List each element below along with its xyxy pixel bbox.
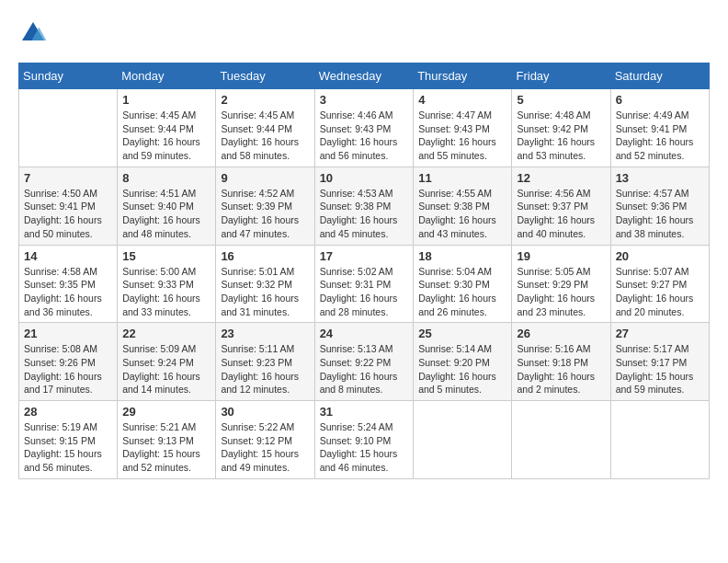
calendar-week-row: 14Sunrise: 4:58 AM Sunset: 9:35 PM Dayli… bbox=[19, 245, 710, 323]
day-number: 3 bbox=[320, 93, 409, 107]
day-info: Sunrise: 4:58 AM Sunset: 9:35 PM Dayligh… bbox=[24, 265, 112, 319]
logo bbox=[18, 18, 50, 48]
day-info: Sunrise: 4:56 AM Sunset: 9:37 PM Dayligh… bbox=[517, 187, 605, 241]
day-info: Sunrise: 5:21 AM Sunset: 9:13 PM Dayligh… bbox=[122, 420, 210, 475]
calendar-day-header: Thursday bbox=[414, 63, 512, 89]
day-info: Sunrise: 4:48 AM Sunset: 9:42 PM Dayligh… bbox=[517, 109, 605, 163]
day-info: Sunrise: 4:49 AM Sunset: 9:41 PM Dayligh… bbox=[616, 109, 704, 163]
calendar-table: SundayMondayTuesdayWednesdayThursdayFrid… bbox=[18, 63, 710, 479]
calendar-day-cell: 26Sunrise: 5:16 AM Sunset: 9:18 PM Dayli… bbox=[512, 323, 610, 401]
day-number: 19 bbox=[517, 249, 605, 263]
day-number: 2 bbox=[221, 93, 309, 107]
calendar-day-header: Saturday bbox=[610, 63, 709, 89]
calendar-day-cell: 15Sunrise: 5:00 AM Sunset: 9:33 PM Dayli… bbox=[118, 245, 216, 323]
day-info: Sunrise: 5:00 AM Sunset: 9:33 PM Dayligh… bbox=[122, 265, 210, 319]
calendar-day-cell: 16Sunrise: 5:01 AM Sunset: 9:32 PM Dayli… bbox=[216, 245, 314, 323]
day-number: 17 bbox=[320, 249, 409, 263]
day-info: Sunrise: 5:16 AM Sunset: 9:18 PM Dayligh… bbox=[517, 342, 605, 396]
day-number: 22 bbox=[122, 327, 210, 340]
calendar-day-cell: 6Sunrise: 4:49 AM Sunset: 9:41 PM Daylig… bbox=[610, 89, 709, 167]
day-number: 9 bbox=[221, 171, 309, 185]
calendar-day-header: Tuesday bbox=[216, 63, 314, 89]
calendar-day-cell: 29Sunrise: 5:21 AM Sunset: 9:13 PM Dayli… bbox=[118, 401, 216, 479]
calendar-day-cell: 2Sunrise: 4:45 AM Sunset: 9:44 PM Daylig… bbox=[216, 89, 314, 167]
day-info: Sunrise: 5:14 AM Sunset: 9:20 PM Dayligh… bbox=[418, 342, 506, 396]
day-info: Sunrise: 5:24 AM Sunset: 9:10 PM Dayligh… bbox=[320, 420, 409, 475]
day-number: 24 bbox=[320, 327, 409, 340]
calendar-day-cell: 30Sunrise: 5:22 AM Sunset: 9:12 PM Dayli… bbox=[216, 401, 314, 479]
day-number: 14 bbox=[24, 249, 112, 263]
day-number: 21 bbox=[24, 327, 112, 340]
day-info: Sunrise: 5:07 AM Sunset: 9:27 PM Dayligh… bbox=[616, 265, 704, 319]
calendar-day-cell: 22Sunrise: 5:09 AM Sunset: 9:24 PM Dayli… bbox=[118, 323, 216, 401]
day-number: 8 bbox=[122, 171, 210, 185]
day-number: 1 bbox=[122, 93, 210, 107]
calendar-day-cell: 8Sunrise: 4:51 AM Sunset: 9:40 PM Daylig… bbox=[118, 167, 216, 245]
day-info: Sunrise: 4:57 AM Sunset: 9:36 PM Dayligh… bbox=[616, 187, 704, 241]
day-info: Sunrise: 5:19 AM Sunset: 9:15 PM Dayligh… bbox=[24, 420, 112, 475]
day-info: Sunrise: 5:01 AM Sunset: 9:32 PM Dayligh… bbox=[221, 265, 309, 319]
page-header bbox=[18, 18, 710, 48]
day-info: Sunrise: 4:52 AM Sunset: 9:39 PM Dayligh… bbox=[221, 187, 309, 241]
day-number: 31 bbox=[320, 405, 409, 419]
day-number: 6 bbox=[616, 93, 704, 107]
day-info: Sunrise: 5:08 AM Sunset: 9:26 PM Dayligh… bbox=[24, 342, 112, 396]
calendar-day-cell: 12Sunrise: 4:56 AM Sunset: 9:37 PM Dayli… bbox=[512, 167, 610, 245]
calendar-day-cell: 11Sunrise: 4:55 AM Sunset: 9:38 PM Dayli… bbox=[414, 167, 512, 245]
day-number: 25 bbox=[418, 327, 506, 340]
day-info: Sunrise: 5:04 AM Sunset: 9:30 PM Dayligh… bbox=[418, 265, 506, 319]
day-info: Sunrise: 5:11 AM Sunset: 9:23 PM Dayligh… bbox=[221, 342, 309, 396]
calendar-day-cell: 18Sunrise: 5:04 AM Sunset: 9:30 PM Dayli… bbox=[414, 245, 512, 323]
day-number: 11 bbox=[418, 171, 506, 185]
calendar-day-cell: 19Sunrise: 5:05 AM Sunset: 9:29 PM Dayli… bbox=[512, 245, 610, 323]
day-info: Sunrise: 4:50 AM Sunset: 9:41 PM Dayligh… bbox=[24, 187, 112, 241]
day-number: 26 bbox=[517, 327, 605, 340]
calendar-day-cell: 27Sunrise: 5:17 AM Sunset: 9:17 PM Dayli… bbox=[610, 323, 709, 401]
day-number: 18 bbox=[418, 249, 506, 263]
calendar-week-row: 7Sunrise: 4:50 AM Sunset: 9:41 PM Daylig… bbox=[19, 167, 710, 245]
day-info: Sunrise: 4:53 AM Sunset: 9:38 PM Dayligh… bbox=[320, 187, 409, 241]
calendar-day-cell: 3Sunrise: 4:46 AM Sunset: 9:43 PM Daylig… bbox=[314, 89, 414, 167]
calendar-day-cell: 4Sunrise: 4:47 AM Sunset: 9:43 PM Daylig… bbox=[414, 89, 512, 167]
day-number: 12 bbox=[517, 171, 605, 185]
day-info: Sunrise: 4:47 AM Sunset: 9:43 PM Dayligh… bbox=[418, 109, 506, 163]
day-number: 20 bbox=[616, 249, 704, 263]
day-number: 28 bbox=[24, 405, 112, 419]
calendar-day-cell: 20Sunrise: 5:07 AM Sunset: 9:27 PM Dayli… bbox=[610, 245, 709, 323]
day-info: Sunrise: 4:45 AM Sunset: 9:44 PM Dayligh… bbox=[221, 109, 309, 163]
day-info: Sunrise: 5:13 AM Sunset: 9:22 PM Dayligh… bbox=[320, 342, 409, 396]
day-number: 27 bbox=[616, 327, 704, 340]
calendar-day-header: Friday bbox=[512, 63, 610, 89]
calendar-day-cell: 25Sunrise: 5:14 AM Sunset: 9:20 PM Dayli… bbox=[414, 323, 512, 401]
day-number: 15 bbox=[122, 249, 210, 263]
day-number: 10 bbox=[320, 171, 409, 185]
calendar-day-cell bbox=[414, 401, 512, 479]
day-number: 30 bbox=[221, 405, 309, 419]
calendar-day-cell: 13Sunrise: 4:57 AM Sunset: 9:36 PM Dayli… bbox=[610, 167, 709, 245]
logo-icon bbox=[18, 18, 48, 48]
day-info: Sunrise: 5:17 AM Sunset: 9:17 PM Dayligh… bbox=[616, 342, 704, 396]
day-info: Sunrise: 5:02 AM Sunset: 9:31 PM Dayligh… bbox=[320, 265, 409, 319]
calendar-week-row: 1Sunrise: 4:45 AM Sunset: 9:44 PM Daylig… bbox=[19, 89, 710, 167]
day-info: Sunrise: 5:05 AM Sunset: 9:29 PM Dayligh… bbox=[517, 265, 605, 319]
day-number: 23 bbox=[221, 327, 309, 340]
calendar-day-cell: 21Sunrise: 5:08 AM Sunset: 9:26 PM Dayli… bbox=[19, 323, 118, 401]
day-info: Sunrise: 5:22 AM Sunset: 9:12 PM Dayligh… bbox=[221, 420, 309, 475]
day-number: 5 bbox=[517, 93, 605, 107]
calendar-day-cell: 9Sunrise: 4:52 AM Sunset: 9:39 PM Daylig… bbox=[216, 167, 314, 245]
calendar-day-header: Wednesday bbox=[314, 63, 414, 89]
day-number: 16 bbox=[221, 249, 309, 263]
day-number: 13 bbox=[616, 171, 704, 185]
calendar-header-row: SundayMondayTuesdayWednesdayThursdayFrid… bbox=[19, 63, 710, 89]
day-number: 4 bbox=[418, 93, 506, 107]
calendar-day-cell: 1Sunrise: 4:45 AM Sunset: 9:44 PM Daylig… bbox=[118, 89, 216, 167]
calendar-day-cell bbox=[610, 401, 709, 479]
calendar-week-row: 21Sunrise: 5:08 AM Sunset: 9:26 PM Dayli… bbox=[19, 323, 710, 401]
day-info: Sunrise: 4:55 AM Sunset: 9:38 PM Dayligh… bbox=[418, 187, 506, 241]
calendar-day-cell bbox=[512, 401, 610, 479]
day-info: Sunrise: 4:51 AM Sunset: 9:40 PM Dayligh… bbox=[122, 187, 210, 241]
calendar-day-cell: 28Sunrise: 5:19 AM Sunset: 9:15 PM Dayli… bbox=[19, 401, 118, 479]
day-info: Sunrise: 5:09 AM Sunset: 9:24 PM Dayligh… bbox=[122, 342, 210, 396]
calendar-day-cell: 5Sunrise: 4:48 AM Sunset: 9:42 PM Daylig… bbox=[512, 89, 610, 167]
calendar-week-row: 28Sunrise: 5:19 AM Sunset: 9:15 PM Dayli… bbox=[19, 401, 710, 479]
